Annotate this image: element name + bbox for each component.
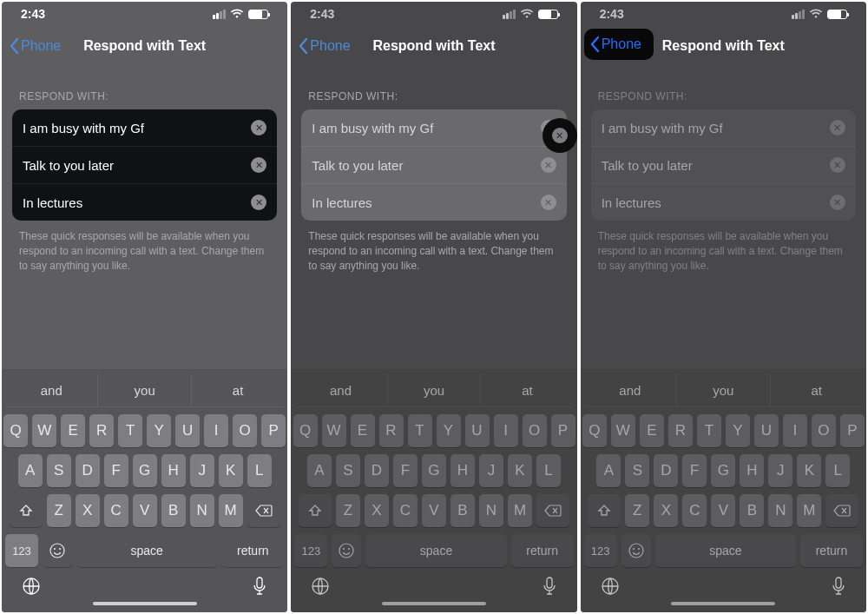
back-button[interactable]: Phone	[291, 32, 355, 60]
kb-key-g[interactable]: G	[133, 454, 157, 487]
kb-suggestion[interactable]: at	[770, 374, 863, 406]
return-key[interactable]: return	[221, 534, 284, 567]
kb-key-n[interactable]: N	[768, 494, 792, 527]
kb-key-r[interactable]: R	[379, 414, 404, 447]
space-key[interactable]: space	[365, 534, 506, 567]
numbers-key[interactable]: 123	[5, 534, 38, 567]
kb-key-p[interactable]: P	[551, 414, 575, 447]
kb-key-l[interactable]: L	[247, 454, 272, 487]
emoji-key[interactable]	[332, 534, 361, 567]
kb-key-a[interactable]: A	[307, 454, 332, 487]
clear-icon[interactable]: ✕	[541, 195, 556, 210]
kb-key-k[interactable]: K	[219, 454, 243, 487]
kb-key-q[interactable]: Q	[582, 414, 607, 447]
kb-key-v[interactable]: V	[711, 494, 735, 527]
kb-key-w[interactable]: W	[322, 414, 346, 447]
globe-key[interactable]	[310, 576, 331, 597]
kb-key-z[interactable]: Z	[47, 494, 71, 527]
shift-key[interactable]	[10, 494, 43, 527]
kb-key-t[interactable]: T	[118, 414, 142, 447]
kb-key-z[interactable]: Z	[336, 494, 360, 527]
kb-suggestion[interactable]: and	[5, 374, 97, 406]
kb-key-y[interactable]: Y	[437, 414, 461, 447]
kb-key-b[interactable]: B	[161, 494, 186, 527]
kb-suggestion[interactable]: and	[294, 374, 386, 406]
kb-key-t[interactable]: T	[408, 414, 432, 447]
response-row[interactable]: Talk to you later ✕	[301, 147, 566, 184]
shift-key[interactable]	[299, 494, 332, 527]
response-row[interactable]: In lectures ✕	[591, 184, 856, 221]
kb-key-x[interactable]: X	[365, 494, 389, 527]
kb-key-o[interactable]: O	[233, 414, 257, 447]
space-key[interactable]: space	[655, 534, 796, 567]
kb-key-n[interactable]: N	[479, 494, 503, 527]
kb-key-b[interactable]: B	[450, 494, 475, 527]
kb-key-j[interactable]: J	[479, 454, 503, 487]
emoji-key[interactable]	[621, 534, 651, 567]
kb-key-b[interactable]: B	[740, 494, 764, 527]
kb-key-w[interactable]: W	[611, 414, 635, 447]
kb-key-q[interactable]: Q	[3, 414, 28, 447]
kb-key-x[interactable]: X	[654, 494, 678, 527]
kb-key-l[interactable]: L	[825, 454, 850, 487]
kb-suggestion[interactable]: at	[480, 374, 573, 406]
clear-icon[interactable]: ✕	[830, 157, 845, 173]
kb-key-f[interactable]: F	[393, 454, 418, 487]
kb-key-a[interactable]: A	[18, 454, 43, 487]
kb-key-c[interactable]: C	[104, 494, 128, 527]
return-key[interactable]: return	[511, 534, 574, 567]
emoji-key[interactable]	[43, 534, 72, 567]
return-key[interactable]: return	[800, 534, 863, 567]
kb-key-q[interactable]: Q	[293, 414, 318, 447]
kb-key-d[interactable]: D	[365, 454, 389, 487]
kb-key-x[interactable]: X	[76, 494, 100, 527]
delete-key[interactable]	[825, 494, 858, 527]
kb-key-p[interactable]: P	[261, 414, 286, 447]
kb-key-k[interactable]: K	[508, 454, 532, 487]
kb-key-i[interactable]: I	[783, 414, 807, 447]
kb-key-m[interactable]: M	[508, 494, 532, 527]
clear-icon[interactable]: ✕	[830, 195, 845, 210]
response-row[interactable]: In lectures ✕	[12, 184, 277, 221]
kb-key-g[interactable]: G	[711, 454, 735, 487]
kb-key-o[interactable]: O	[812, 414, 836, 447]
kb-suggestion[interactable]: you	[97, 374, 190, 406]
shift-key[interactable]	[588, 494, 621, 527]
kb-key-f[interactable]: F	[104, 454, 128, 487]
response-row[interactable]: I am busy with my Gf ✕	[301, 109, 566, 147]
kb-suggestion[interactable]: and	[584, 374, 676, 406]
dictate-key[interactable]	[251, 576, 268, 597]
kb-key-h[interactable]: H	[740, 454, 764, 487]
kb-key-c[interactable]: C	[682, 494, 707, 527]
back-button[interactable]: Phone	[2, 32, 66, 60]
response-row[interactable]: Talk to you later ✕	[12, 147, 277, 184]
clear-icon[interactable]: ✕	[541, 157, 556, 173]
kb-key-f[interactable]: F	[682, 454, 707, 487]
kb-key-r[interactable]: R	[89, 414, 114, 447]
kb-key-s[interactable]: S	[47, 454, 71, 487]
kb-key-u[interactable]: U	[175, 414, 200, 447]
kb-key-u[interactable]: U	[465, 414, 490, 447]
kb-key-a[interactable]: A	[596, 454, 621, 487]
home-indicator[interactable]	[93, 602, 197, 605]
kb-key-i[interactable]: I	[204, 414, 228, 447]
kb-suggestion[interactable]: at	[191, 374, 284, 406]
globe-key[interactable]	[600, 576, 621, 597]
kb-key-h[interactable]: H	[161, 454, 186, 487]
clear-icon[interactable]: ✕	[251, 157, 266, 173]
kb-key-u[interactable]: U	[754, 414, 779, 447]
back-button-highlight[interactable]: Phone	[584, 29, 654, 60]
kb-key-y[interactable]: Y	[147, 414, 171, 447]
kb-key-r[interactable]: R	[668, 414, 693, 447]
clear-icon[interactable]: ✕	[830, 120, 845, 135]
space-key[interactable]: space	[76, 534, 217, 567]
kb-key-j[interactable]: J	[190, 454, 214, 487]
kb-key-v[interactable]: V	[133, 494, 157, 527]
kb-key-s[interactable]: S	[625, 454, 649, 487]
home-indicator[interactable]	[382, 602, 486, 605]
clear-icon[interactable]: ✕	[552, 128, 568, 143]
delete-key[interactable]	[247, 494, 280, 527]
kb-key-e[interactable]: E	[61, 414, 85, 447]
response-row[interactable]: I am busy with my Gf ✕	[591, 109, 856, 147]
kb-key-l[interactable]: L	[536, 454, 561, 487]
